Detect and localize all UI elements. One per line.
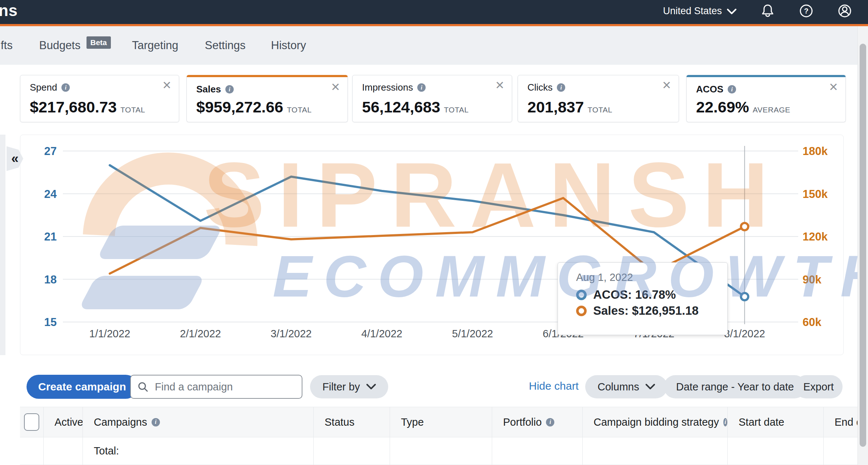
info-icon[interactable]: i <box>152 418 160 426</box>
svg-text:27: 27 <box>44 145 57 158</box>
svg-text:4/1/2022: 4/1/2022 <box>361 328 402 339</box>
svg-text:18: 18 <box>44 273 57 286</box>
info-icon[interactable]: i <box>723 418 727 426</box>
performance-chart-panel: 27180k24150k21120k1890k1560k1/1/20222/1/… <box>20 135 844 355</box>
search-input[interactable] <box>154 381 295 393</box>
svg-text:150k: 150k <box>803 188 828 200</box>
help-icon[interactable]: ? <box>799 4 813 18</box>
collapsed-sidebar-strip <box>0 135 5 355</box>
close-icon[interactable]: ✕ <box>495 80 505 91</box>
export-button[interactable]: Export <box>795 375 843 398</box>
campaign-search[interactable] <box>130 375 302 399</box>
region-label: United States <box>663 5 722 17</box>
campaigns-table: Active Campaignsi Status Type Portfolioi… <box>20 407 868 465</box>
close-icon[interactable]: ✕ <box>331 82 340 93</box>
close-icon[interactable]: ✕ <box>829 82 838 93</box>
close-icon[interactable]: ✕ <box>162 80 172 91</box>
acos-series-dot-icon <box>576 290 587 300</box>
scrollbar-thumb[interactable] <box>860 44 866 447</box>
date-range-button[interactable]: Date range - Year to date <box>664 375 806 398</box>
svg-text:2/1/2022: 2/1/2022 <box>180 328 221 339</box>
tooltip-date: Aug 1, 2022 <box>576 271 727 283</box>
svg-text:180k: 180k <box>803 145 828 158</box>
select-all-checkbox[interactable] <box>24 413 39 431</box>
hide-chart-link[interactable]: Hide chart <box>529 380 579 392</box>
svg-text:8/1/2022: 8/1/2022 <box>724 328 765 339</box>
info-icon[interactable]: i <box>417 83 426 92</box>
account-icon[interactable] <box>837 4 852 18</box>
tab-budgets[interactable]: Budgets Beta <box>39 39 111 52</box>
info-icon[interactable]: i <box>546 418 554 426</box>
column-header-active[interactable]: Active <box>44 407 83 437</box>
svg-text:1/1/2022: 1/1/2022 <box>89 328 130 339</box>
chevron-down-icon <box>366 384 376 390</box>
svg-text:90k: 90k <box>803 273 821 286</box>
metric-card-acos[interactable]: ACOSi 22.69%AVERAGE ✕ <box>686 75 846 122</box>
svg-text:5/1/2022: 5/1/2022 <box>452 328 493 339</box>
info-icon[interactable]: i <box>557 83 565 92</box>
column-header-status[interactable]: Status <box>314 407 390 437</box>
svg-text:15: 15 <box>44 316 57 329</box>
notifications-bell-icon[interactable] <box>760 4 775 18</box>
chart-tooltip: Aug 1, 2022 ACOS: 16.78% Sales: $126,951… <box>558 262 728 335</box>
svg-text:120k: 120k <box>803 230 828 243</box>
table-header-row: Active Campaignsi Status Type Portfolioi… <box>20 407 868 437</box>
section-tabbar: fts Budgets Beta Targeting Settings Hist… <box>0 26 868 65</box>
info-icon[interactable]: i <box>728 85 736 94</box>
metric-card-clicks[interactable]: Clicksi 201,837TOTAL ✕ <box>518 75 679 122</box>
metric-card-impressions[interactable]: Impressionsi 56,124,683TOTAL ✕ <box>352 75 512 122</box>
create-campaign-button[interactable]: Create campaign <box>27 375 138 399</box>
page-title-fragment: ns <box>0 1 17 20</box>
sales-series-dot-icon <box>576 306 587 316</box>
column-header-portfolio[interactable]: Portfolioi <box>492 407 583 437</box>
info-icon[interactable]: i <box>61 83 70 92</box>
chevron-down-icon <box>727 9 736 15</box>
columns-button[interactable]: Columns <box>585 375 667 398</box>
filter-by-button[interactable]: Filter by <box>310 375 388 398</box>
metric-card-spend[interactable]: Spendi $217,680.73TOTAL ✕ <box>20 75 179 122</box>
column-header-bidding-strategy[interactable]: Campaign bidding strategyi <box>583 407 728 437</box>
table-total-row: Total: <box>20 437 868 465</box>
amazon-ads-campaign-manager: { "navbar": { "title_fragment": "ns", "r… <box>0 0 868 465</box>
svg-text:60k: 60k <box>803 316 821 329</box>
close-icon[interactable]: ✕ <box>662 80 671 91</box>
svg-text:3/1/2022: 3/1/2022 <box>271 328 312 339</box>
info-icon[interactable]: i <box>225 85 234 94</box>
search-icon <box>137 381 148 392</box>
svg-text:24: 24 <box>44 188 57 200</box>
tab-drafts-partial[interactable]: fts <box>1 39 13 52</box>
total-label: Total: <box>83 437 314 465</box>
column-header-type[interactable]: Type <box>390 407 492 437</box>
metric-card-sales[interactable]: Salesi $959,272.66TOTAL ✕ <box>186 75 348 122</box>
tab-settings[interactable]: Settings <box>205 39 246 52</box>
tab-history[interactable]: History <box>271 39 306 52</box>
svg-text:21: 21 <box>44 230 57 243</box>
region-selector[interactable]: United States <box>663 5 736 17</box>
beta-badge: Beta <box>87 36 111 49</box>
column-header-campaigns[interactable]: Campaignsi <box>83 407 314 437</box>
tab-targeting[interactable]: Targeting <box>132 39 178 52</box>
svg-text:?: ? <box>804 7 808 15</box>
top-navbar: ns United States ? <box>0 0 868 26</box>
chevron-down-icon <box>646 384 655 390</box>
column-header-start-date[interactable]: Start date <box>728 407 824 437</box>
